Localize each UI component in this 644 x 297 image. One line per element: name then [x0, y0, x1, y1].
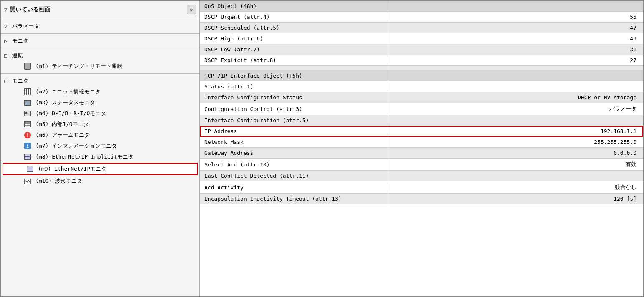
- sidebar-item-label-m9: (m9) EtherNet/IPモニタ: [38, 165, 106, 173]
- monitor-sub-header[interactable]: □ モニタ: [1, 76, 199, 86]
- collapse-icon-params: ▽: [4, 23, 7, 29]
- row-label: DSCP Scheduled (attr.5): [200, 23, 388, 33]
- row-label: Network Mask: [200, 137, 388, 148]
- sidebar-item-m2[interactable]: (m2) ユニット情報モニタ: [1, 86, 199, 97]
- divider-3: [1, 48, 199, 48]
- wave-monitor-icon: [24, 177, 31, 185]
- row-label: IP Address: [200, 126, 388, 137]
- table-row: IP Address192.168.1.1: [200, 126, 643, 137]
- sidebar-item-label-m8: (m8) EtherNet/IP Implicitモニタ: [35, 153, 133, 161]
- sidebar-item-label-m10: (m10) 波形モニタ: [35, 177, 82, 185]
- operation-header[interactable]: □ 運転: [1, 50, 199, 61]
- row-value: 43: [388, 33, 643, 44]
- sidebar-item-label-m6: (m6) アラームモニタ: [35, 131, 90, 139]
- open-screens-label: 開いている画面: [10, 6, 50, 13]
- row-label: Configuration Control (attr.3): [200, 103, 388, 115]
- table-row: TCP /IP Interface Object (F5h): [200, 70, 643, 81]
- table-row: [200, 66, 643, 70]
- data-table: QoS Object (48h)DSCP Urgent (attr.4)55DS…: [200, 1, 643, 204]
- table-row: Last Conflict Detected (attr.11): [200, 171, 643, 181]
- sidebar-item-label-m7: (m7) インフォメーションモニタ: [35, 142, 117, 150]
- table-row: Interface Configuration StatusDHCP or NV…: [200, 92, 643, 103]
- sidebar-item-m6[interactable]: ! (m6) アラームモニタ: [1, 130, 199, 141]
- row-value: DHCP or NV storage: [388, 92, 643, 103]
- row-value: [388, 171, 643, 181]
- collapse-icon-monitor-sub: □: [4, 78, 7, 84]
- table-row: Configuration Control (attr.3)パラメータ: [200, 103, 643, 115]
- row-value: 192.168.1.1: [388, 126, 643, 137]
- sidebar-item-label-m1: (m1) ティーチング・リモート運転: [35, 63, 122, 70]
- table-row: DSCP Low (attr.7)31: [200, 44, 643, 55]
- sidebar-item-label-m2: (m2) ユニット情報モニタ: [35, 88, 101, 96]
- divider-4: [1, 73, 199, 74]
- row-label: [200, 66, 388, 70]
- close-button[interactable]: ✕: [187, 5, 196, 14]
- row-value: パラメータ: [388, 103, 643, 115]
- sidebar-item-m9[interactable]: (m9) EtherNet/IPモニタ: [3, 163, 198, 175]
- monitor-main-label: モニタ: [12, 37, 28, 45]
- teaching-icon: [24, 63, 31, 70]
- parameters-header[interactable]: ▽ パラメータ: [1, 21, 199, 32]
- parameters-label: パラメータ: [12, 23, 39, 30]
- internal-io-icon: [24, 121, 31, 128]
- row-label: DSCP High (attr.6): [200, 33, 388, 44]
- divider-2: [1, 33, 199, 34]
- table-row: Encapsulation Inactivity Timeout (attr.1…: [200, 194, 643, 204]
- sidebar-item-m7[interactable]: i (m7) インフォメーションモニタ: [1, 141, 199, 151]
- row-value: 0.0.0.0: [388, 148, 643, 159]
- ethernet-monitor-icon: [26, 165, 34, 173]
- table-row: Interface Configuration (attr.5): [200, 115, 643, 126]
- sidebar-item-m5[interactable]: (m5) 内部I/Oモニタ: [1, 119, 199, 130]
- row-value: 255.255.255.0: [388, 137, 643, 148]
- row-label: Last Conflict Detected (attr.11): [200, 171, 388, 181]
- row-value: 31: [388, 44, 643, 55]
- row-value: [388, 115, 643, 126]
- table-row: DSCP Scheduled (attr.5)47: [200, 23, 643, 33]
- row-value: 有効: [388, 159, 643, 171]
- sidebar-item-label-m5: (m5) 内部I/Oモニタ: [35, 121, 89, 128]
- right-panel: QoS Object (48h)DSCP Urgent (attr.4)55DS…: [200, 1, 643, 296]
- table-row: DSCP High (attr.6)43: [200, 33, 643, 44]
- table-row: DSCP Urgent (attr.4)55: [200, 12, 643, 23]
- table-row: QoS Object (48h): [200, 1, 643, 12]
- row-value: 27: [388, 55, 643, 66]
- row-value: 47: [388, 23, 643, 33]
- collapse-icon-screens[interactable]: ▽: [4, 7, 7, 13]
- info-monitor-icon: i: [24, 142, 31, 150]
- row-label: Gateway Address: [200, 148, 388, 159]
- sidebar-item-m10[interactable]: (m10) 波形モニタ: [1, 176, 199, 186]
- row-value: 55: [388, 12, 643, 23]
- status-monitor-icon: [24, 99, 31, 106]
- row-value: [388, 1, 643, 12]
- monitor-main-header[interactable]: ▷ モニタ: [1, 35, 199, 46]
- open-screens-header: ▽ 開いている画面 ✕: [1, 3, 199, 17]
- row-value: 120 [s]: [388, 194, 643, 204]
- row-label: DSCP Low (attr.7): [200, 44, 388, 55]
- monitor-sub-label: モニタ: [12, 77, 28, 85]
- collapse-icon-monitor: ▷: [4, 38, 7, 44]
- row-value: [388, 70, 643, 81]
- operation-label: 運転: [12, 52, 23, 59]
- table-row: DSCP Explicit (attr.8)27: [200, 55, 643, 66]
- alarm-icon: !: [24, 131, 31, 139]
- open-screens-header-inner: ▽ 開いている画面: [4, 6, 50, 13]
- dio-monitor-icon: [24, 110, 31, 117]
- sidebar-item-label-m4: (m4) D-I/O・R-I/Oモニタ: [35, 110, 106, 117]
- unit-info-icon: [24, 88, 31, 96]
- sidebar-item-m3[interactable]: (m3) ステータスモニタ: [1, 97, 199, 108]
- row-label: DSCP Explicit (attr.8): [200, 55, 388, 66]
- divider-1: [1, 19, 199, 19]
- sidebar-item-m8[interactable]: (m8) EtherNet/IP Implicitモニタ: [1, 151, 199, 162]
- table-row: Gateway Address0.0.0.0: [200, 148, 643, 159]
- row-value: [388, 66, 643, 70]
- collapse-icon-operation: □: [4, 53, 7, 58]
- row-value: [388, 81, 643, 92]
- left-panel: ▽ 開いている画面 ✕ ▽ パラメータ ▷ モニタ □ 運転 (m1) ティーチ…: [1, 1, 200, 296]
- row-label: DSCP Urgent (attr.4): [200, 12, 388, 23]
- row-label: Interface Configuration (attr.5): [200, 115, 388, 126]
- row-value: 競合なし: [388, 181, 643, 194]
- table-row: Network Mask255.255.255.0: [200, 137, 643, 148]
- sidebar-item-m4[interactable]: (m4) D-I/O・R-I/Oモニタ: [1, 108, 199, 119]
- sidebar-item-m1[interactable]: (m1) ティーチング・リモート運転: [1, 61, 199, 72]
- row-label: QoS Object (48h): [200, 1, 388, 12]
